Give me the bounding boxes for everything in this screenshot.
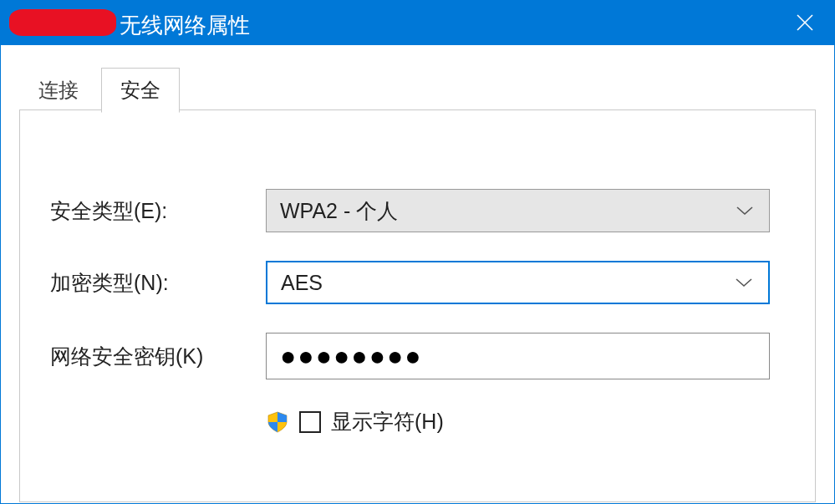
tab-connection-label: 连接 [38, 79, 79, 101]
network-key-input[interactable]: ●●●●●●●● [266, 333, 770, 379]
tab-security-label: 安全 [120, 79, 160, 101]
close-button[interactable] [776, 1, 834, 48]
client-area: 连接 安全 安全类型(E): WPA2 - 个人 加密类型(N): AES [1, 45, 834, 503]
security-type-combobox[interactable]: WPA2 - 个人 [266, 189, 770, 232]
wireless-network-properties-dialog: 无线网络属性 连接 安全 安全类型(E): WPA2 - 个人 [0, 0, 835, 504]
titlebar: 无线网络属性 [1, 1, 834, 45]
network-key-row: 网络安全密钥(K) ●●●●●●●● [50, 333, 770, 379]
network-key-value: ●●●●●●●● [280, 341, 423, 372]
redacted-ssid [9, 9, 116, 36]
tabstrip: 连接 安全 [19, 67, 816, 110]
encryption-type-combobox[interactable]: AES [266, 261, 770, 304]
security-type-row: 安全类型(E): WPA2 - 个人 [50, 189, 770, 232]
tab-connection[interactable]: 连接 [19, 68, 98, 112]
show-characters-checkbox[interactable] [299, 411, 321, 433]
close-icon [797, 13, 813, 36]
security-type-label: 安全类型(E): [50, 197, 266, 225]
encryption-type-row: 加密类型(N): AES [50, 261, 770, 304]
show-characters-row: 显示字符(H) [266, 408, 770, 435]
tab-security[interactable]: 安全 [101, 68, 180, 113]
show-characters-label: 显示字符(H) [331, 408, 444, 435]
uac-shield-icon [266, 410, 289, 434]
chevron-down-icon [736, 205, 754, 216]
encryption-type-label: 加密类型(N): [50, 269, 266, 297]
network-key-label: 网络安全密钥(K) [50, 343, 266, 370]
encryption-type-value: AES [281, 271, 323, 295]
window-title: 无线网络属性 [120, 11, 250, 40]
security-type-value: WPA2 - 个人 [280, 197, 398, 225]
chevron-down-icon [735, 277, 753, 288]
security-panel: 安全类型(E): WPA2 - 个人 加密类型(N): AES [19, 109, 816, 502]
